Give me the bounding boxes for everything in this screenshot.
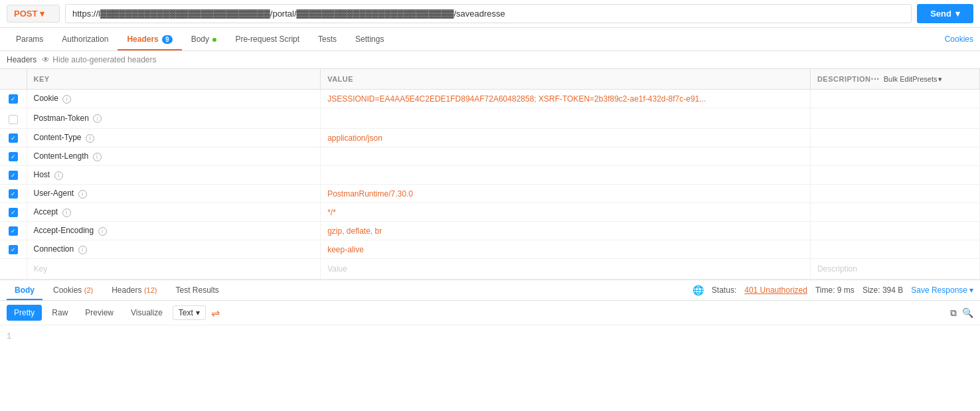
- status-label: Status:: [712, 286, 736, 295]
- cookies-link[interactable]: Cookies: [945, 35, 973, 44]
- row-checkbox-4[interactable]: [0, 166, 27, 185]
- row-key-6: Accept i: [27, 203, 321, 222]
- checkbox-8[interactable]: [9, 245, 18, 254]
- status-value[interactable]: 401 Unauthorized: [744, 286, 807, 295]
- method-select[interactable]: POST ▾: [7, 5, 60, 23]
- row-desc-1: [810, 108, 979, 129]
- row-value-0: JSESSIONID=EA4AA5E4C2EDE1FD894AF72A60482…: [321, 90, 811, 108]
- th-checkbox: [0, 69, 27, 90]
- visualize-button[interactable]: Visualize: [123, 305, 170, 321]
- save-chevron: ▾: [969, 286, 973, 295]
- row-checkbox-8[interactable]: [0, 240, 27, 259]
- row-value-8: keep-alive: [321, 240, 811, 259]
- send-button[interactable]: Send ▾: [917, 4, 973, 23]
- cookies-count: (2): [84, 286, 93, 294]
- info-icon-3[interactable]: i: [93, 153, 102, 161]
- method-chevron: ▾: [40, 9, 44, 19]
- send-chevron: ▾: [955, 9, 960, 19]
- table-row: Content-Length i: [0, 147, 980, 166]
- resp-tab-test-results[interactable]: Test Results: [167, 280, 226, 300]
- tab-settings[interactable]: Settings: [346, 28, 393, 50]
- checkbox-3[interactable]: [9, 152, 18, 161]
- row-checkbox-7[interactable]: [0, 222, 27, 240]
- checkbox-6[interactable]: [9, 208, 18, 217]
- checkbox-0[interactable]: [9, 94, 18, 104]
- empty-desc-cell[interactable]: Description: [810, 259, 979, 280]
- info-icon-0[interactable]: i: [62, 95, 71, 104]
- url-input[interactable]: [65, 4, 912, 23]
- headers-label: Headers: [7, 55, 37, 64]
- pretty-button[interactable]: Pretty: [7, 305, 42, 321]
- resp-tab-cookies[interactable]: Cookies (2): [45, 280, 101, 300]
- wrap-button[interactable]: ⇌: [211, 307, 220, 319]
- info-icon-7[interactable]: i: [98, 227, 107, 236]
- row-key-8: Connection i: [27, 240, 321, 259]
- row-checkbox-2[interactable]: [0, 129, 27, 147]
- row-key-3: Content-Length i: [27, 147, 321, 166]
- response-bar: Body Cookies (2) Headers (12) Test Resul…: [0, 280, 980, 301]
- format-label: Text: [179, 308, 193, 317]
- checkbox-1[interactable]: [9, 115, 18, 124]
- info-icon-1[interactable]: i: [93, 114, 102, 123]
- row-checkbox-1[interactable]: [0, 108, 27, 129]
- format-dropdown[interactable]: Text ▾: [173, 305, 206, 320]
- row-key-7: Accept-Encoding i: [27, 222, 321, 240]
- row-value-4: [321, 166, 811, 185]
- tab-body[interactable]: Body: [182, 28, 226, 50]
- headers-section: Headers 👁 Hide auto-generated headers: [0, 51, 980, 69]
- resp-tab-body[interactable]: Body: [7, 280, 42, 300]
- code-area: 1: [0, 325, 980, 365]
- row-checkbox-6[interactable]: [0, 203, 27, 222]
- row-desc-3: [810, 147, 979, 166]
- row-key-0: Cookie i: [27, 90, 321, 108]
- info-icon-6[interactable]: i: [62, 208, 71, 217]
- raw-button[interactable]: Raw: [44, 305, 75, 321]
- row-key-5: User-Agent i: [27, 185, 321, 203]
- empty-value-cell[interactable]: Value: [321, 259, 811, 280]
- hide-auto-button[interactable]: 👁 Hide auto-generated headers: [42, 55, 156, 64]
- tab-authorization[interactable]: Authorization: [52, 28, 118, 50]
- bulk-edit-button[interactable]: Bulk Edit: [884, 75, 912, 83]
- info-icon-4[interactable]: i: [54, 171, 63, 180]
- size-label: Size: 394 B: [862, 286, 903, 295]
- row-desc-5: [810, 185, 979, 203]
- presets-button[interactable]: Presets ▾: [912, 75, 942, 84]
- preview-button[interactable]: Preview: [78, 305, 121, 321]
- search-button[interactable]: 🔍: [962, 307, 973, 319]
- row-desc-0: [810, 90, 979, 108]
- tab-headers[interactable]: Headers 9: [118, 28, 181, 50]
- dots-icon[interactable]: ···: [871, 74, 880, 84]
- tab-tests[interactable]: Tests: [309, 28, 346, 50]
- body-toolbar: Pretty Raw Preview Visualize Text ▾ ⇌ ⧉ …: [0, 301, 980, 325]
- resp-meta: 🌐 Status: 401 Unauthorized Time: 9 ms Si…: [693, 285, 973, 295]
- row-value-2: application/json: [321, 129, 811, 147]
- toolbar-right: ⧉ 🔍: [950, 307, 973, 319]
- table-row: Connection i keep-alive: [0, 240, 980, 259]
- row-checkbox-0[interactable]: [0, 90, 27, 108]
- empty-row: Key Value Description: [0, 259, 980, 280]
- row-checkbox-3[interactable]: [0, 147, 27, 166]
- save-response-button[interactable]: Save Response ▾: [911, 286, 973, 295]
- line-number-1: 1: [0, 332, 21, 341]
- row-desc-6: [810, 203, 979, 222]
- empty-checkbox: [0, 259, 27, 280]
- resp-tab-headers[interactable]: Headers (12): [104, 280, 165, 300]
- checkbox-7[interactable]: [9, 226, 18, 236]
- headers-table: KEY VALUE DESCRIPTION ··· Bulk Edit Pres…: [0, 69, 980, 280]
- empty-key-cell[interactable]: Key: [27, 259, 321, 280]
- checkbox-2[interactable]: [9, 133, 18, 143]
- tab-params[interactable]: Params: [7, 28, 52, 50]
- info-icon-5[interactable]: i: [78, 190, 87, 199]
- th-key: KEY: [27, 69, 321, 90]
- checkbox-5[interactable]: [9, 189, 18, 199]
- top-bar: POST ▾ Send ▾: [0, 0, 980, 28]
- checkbox-4[interactable]: [9, 171, 18, 180]
- info-icon-2[interactable]: i: [86, 134, 94, 143]
- wrap-icon: ⇌: [211, 307, 220, 319]
- row-checkbox-5[interactable]: [0, 185, 27, 203]
- info-icon-8[interactable]: i: [78, 246, 87, 254]
- headers-table-container: KEY VALUE DESCRIPTION ··· Bulk Edit Pres…: [0, 69, 980, 280]
- send-label: Send: [930, 9, 951, 19]
- copy-button[interactable]: ⧉: [950, 307, 957, 319]
- tab-pre-request[interactable]: Pre-request Script: [226, 28, 309, 50]
